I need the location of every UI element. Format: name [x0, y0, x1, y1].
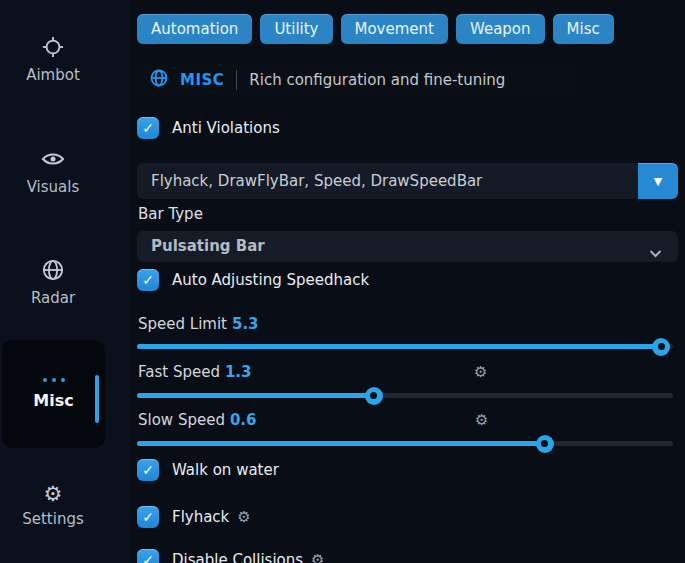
sidebar-item-visuals[interactable]: Visuals — [0, 150, 106, 196]
slow-speed-slider-knob[interactable] — [536, 435, 554, 453]
section-banner: MISC Rich configuration and fine-tuning — [137, 62, 577, 98]
globe-icon — [150, 69, 168, 91]
flyhack-row: Flyhack ⚙ — [137, 506, 251, 528]
fast-speed-gear-icon[interactable]: ⚙ — [474, 363, 487, 381]
multiselect-dropdown-button[interactable] — [638, 163, 678, 199]
category-tabs: Automation Utility Movement Weapon Misc — [137, 14, 614, 44]
gear-icon: ⚙ — [44, 482, 63, 506]
flyhack-label: Flyhack — [172, 508, 229, 526]
fast-speed-slider-knob[interactable] — [365, 387, 383, 405]
selected-indicator-bar — [95, 375, 99, 423]
tab-weapon[interactable]: Weapon — [456, 14, 545, 44]
auto-adjusting-speedhack-label: Auto Adjusting Speedhack — [172, 271, 369, 289]
auto-adjusting-speedhack-checkbox[interactable] — [137, 269, 159, 291]
bar-type-select[interactable]: Pulsating Bar — [137, 231, 678, 262]
slider-fill — [137, 393, 374, 398]
disable-collisions-checkbox[interactable] — [137, 549, 159, 563]
crosshair-icon — [42, 36, 64, 60]
sidebar-item-misc-selected[interactable]: Misc — [2, 340, 105, 448]
tab-automation[interactable]: Automation — [137, 14, 252, 44]
eye-icon — [41, 150, 65, 174]
slow-speed-label: Slow Speed0.6 — [138, 411, 257, 429]
ellipsis-icon — [43, 378, 65, 382]
slider-fill — [137, 441, 545, 446]
section-subtitle: Rich configuration and fine-tuning — [249, 71, 505, 89]
slow-speed-gear-icon[interactable]: ⚙ — [475, 411, 488, 429]
speed-limit-slider-knob[interactable] — [652, 338, 670, 356]
sidebar-item-label: Aimbot — [0, 66, 106, 84]
anti-violations-label: Anti Violations — [172, 119, 280, 137]
speed-limit-value: 5.3 — [232, 315, 259, 333]
bar-type-label: Bar Type — [138, 205, 203, 223]
speed-limit-label: Speed Limit5.3 — [138, 315, 259, 333]
divider — [236, 70, 237, 90]
disable-collisions-row: Disable Collisions ⚙ — [137, 549, 325, 563]
walk-on-water-label: Walk on water — [172, 461, 279, 479]
main-panel: Automation Utility Movement Weapon Misc … — [130, 0, 685, 563]
sidebar-item-label: Radar — [0, 289, 106, 307]
sidebar-item-label: Visuals — [0, 178, 106, 196]
flyhack-checkbox[interactable] — [137, 506, 159, 528]
section-title: MISC — [180, 71, 224, 89]
walk-on-water-row: Walk on water — [137, 459, 279, 481]
sidebar-item-label: Misc — [33, 391, 73, 410]
sidebar-item-settings[interactable]: ⚙ Settings — [0, 482, 106, 528]
sidebar-item-aimbot[interactable]: Aimbot — [0, 36, 106, 84]
disable-collisions-label: Disable Collisions — [172, 551, 303, 563]
chevron-down-icon — [649, 243, 662, 262]
bar-type-value: Pulsating Bar — [137, 231, 678, 262]
globe-icon — [42, 259, 64, 283]
fast-speed-value: 1.3 — [225, 363, 252, 381]
walk-on-water-checkbox[interactable] — [137, 459, 159, 481]
disable-collisions-gear-icon[interactable]: ⚙ — [311, 551, 324, 563]
slow-speed-slider[interactable] — [137, 441, 673, 446]
speed-limit-slider[interactable] — [137, 344, 673, 349]
sidebar-item-radar[interactable]: Radar — [0, 259, 106, 307]
fast-speed-slider[interactable] — [137, 393, 673, 398]
tab-misc[interactable]: Misc — [553, 14, 614, 44]
sidebar: Aimbot Visuals Radar Misc ⚙ Setting — [0, 0, 130, 563]
auto-adjusting-speedhack-row: Auto Adjusting Speedhack — [137, 269, 369, 291]
feature-multiselect[interactable]: Flyhack, DrawFlyBar, Speed, DrawSpeedBar — [137, 163, 678, 199]
flyhack-gear-icon[interactable]: ⚙ — [237, 508, 250, 526]
tab-utility[interactable]: Utility — [260, 14, 332, 44]
multiselect-value: Flyhack, DrawFlyBar, Speed, DrawSpeedBar — [137, 163, 678, 199]
fast-speed-label: Fast Speed1.3 — [138, 363, 252, 381]
anti-violations-row: Anti Violations — [137, 117, 280, 139]
tab-movement[interactable]: Movement — [341, 14, 448, 44]
slider-fill — [137, 344, 661, 349]
sidebar-item-label: Settings — [0, 510, 106, 528]
anti-violations-checkbox[interactable] — [137, 117, 159, 139]
slow-speed-value: 0.6 — [230, 411, 257, 429]
